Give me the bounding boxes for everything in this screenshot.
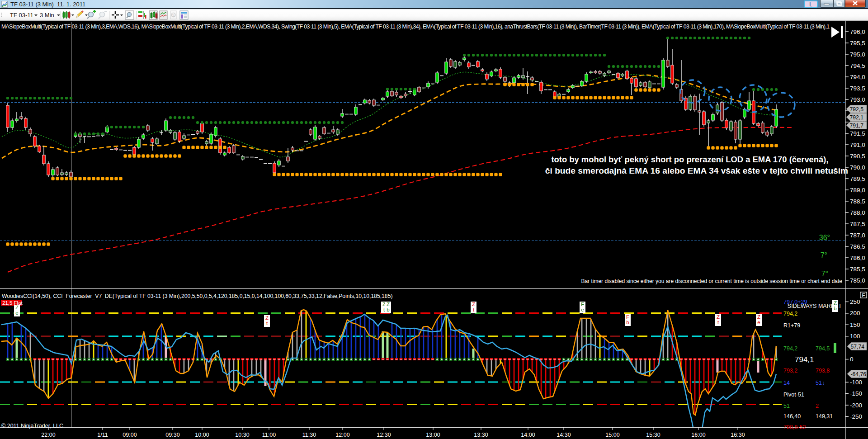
svg-text:0: 0 bbox=[850, 356, 854, 363]
svg-text:MASlopeBoxMulti(Typical of TF: MASlopeBoxMulti(Typical of TF 03-11 (3 M… bbox=[1, 24, 830, 30]
svg-text:785,0: 785,0 bbox=[850, 277, 865, 284]
svg-text:Z: Z bbox=[717, 314, 720, 320]
svg-text:12:00: 12:00 bbox=[335, 432, 349, 438]
svg-text:15:00: 15:00 bbox=[605, 432, 619, 438]
svg-text:793,5: 793,5 bbox=[850, 85, 865, 92]
svg-text:787,5: 787,5 bbox=[850, 221, 865, 227]
svg-text:Z: Z bbox=[382, 302, 386, 307]
svg-text:149,31: 149,31 bbox=[816, 413, 833, 420]
svg-text:16:00: 16:00 bbox=[691, 432, 705, 438]
svg-text:793,8: 793,8 bbox=[816, 368, 830, 374]
svg-text:-100: -100 bbox=[850, 379, 862, 386]
svg-text:146,40: 146,40 bbox=[783, 413, 801, 420]
svg-text:toto by mohol byť pekný short: toto by mohol byť pekný short po preraze… bbox=[551, 155, 828, 164]
svg-text:09:00: 09:00 bbox=[123, 432, 137, 438]
svg-text:250: 250 bbox=[850, 298, 860, 305]
svg-text:790,0: 790,0 bbox=[850, 164, 865, 171]
svg-text:150: 150 bbox=[850, 321, 860, 328]
svg-text:15:30: 15:30 bbox=[646, 432, 660, 438]
svg-text:F: F bbox=[862, 293, 865, 298]
svg-text:SIDEWAYS MARKET: SIDEWAYS MARKET bbox=[788, 303, 842, 309]
svg-text:S: S bbox=[172, 13, 175, 18]
svg-text:16:30: 16:30 bbox=[731, 432, 745, 438]
svg-text:14:00: 14:00 bbox=[521, 432, 535, 438]
svg-text:57,74: 57,74 bbox=[851, 344, 865, 350]
svg-text:791,0: 791,0 bbox=[850, 142, 865, 148]
svg-text:789,5: 789,5 bbox=[850, 175, 865, 182]
svg-text:-150: -150 bbox=[850, 390, 862, 397]
svg-text:b: b bbox=[626, 320, 629, 325]
svg-text:792,1: 792,1 bbox=[850, 114, 864, 121]
svg-text:794,2: 794,2 bbox=[783, 345, 797, 352]
svg-text:14:30: 14:30 bbox=[557, 432, 571, 438]
svg-text:3 Min: 3 Min bbox=[40, 12, 54, 19]
svg-text:TF 03-11: TF 03-11 bbox=[10, 12, 33, 19]
svg-text:1/11: 1/11 bbox=[97, 432, 108, 438]
svg-text:787,0: 787,0 bbox=[850, 232, 865, 239]
svg-text:13:30: 13:30 bbox=[474, 432, 488, 438]
svg-text:F: F bbox=[581, 302, 584, 307]
svg-text:b: b bbox=[387, 307, 389, 312]
svg-text:795,0: 795,0 bbox=[850, 51, 865, 58]
svg-text:798,8-52: 798,8-52 bbox=[783, 424, 806, 430]
svg-text:-64,76: -64,76 bbox=[851, 371, 867, 378]
svg-text:22:00: 22:00 bbox=[41, 432, 55, 438]
svg-text:7°: 7° bbox=[821, 270, 828, 278]
svg-text:Z: Z bbox=[15, 305, 19, 310]
svg-text:10:30: 10:30 bbox=[235, 432, 249, 438]
svg-text:7°: 7° bbox=[821, 251, 827, 259]
svg-text:785,5: 785,5 bbox=[850, 266, 865, 273]
svg-text:11:00: 11:00 bbox=[262, 432, 276, 438]
svg-text:51: 51 bbox=[783, 403, 790, 409]
svg-text:794,5: 794,5 bbox=[816, 345, 830, 352]
svg-text:či bude smerodajná EMA 16 aleb: či bude smerodajná EMA 16 alebo EMA 34 v… bbox=[545, 166, 848, 175]
svg-text:Z: Z bbox=[757, 314, 760, 320]
svg-text:51↓: 51↓ bbox=[816, 380, 825, 386]
svg-text:Bar timer disabled since eithe: Bar timer disabled since either you are … bbox=[581, 278, 842, 284]
svg-text:786,0: 786,0 bbox=[850, 255, 865, 261]
svg-text:-200: -200 bbox=[850, 402, 862, 409]
svg-text:12:30: 12:30 bbox=[377, 432, 391, 438]
svg-text:786,5: 786,5 bbox=[850, 243, 865, 250]
svg-text:36°: 36° bbox=[819, 234, 830, 241]
svg-text:793,2: 793,2 bbox=[783, 368, 797, 374]
svg-text:794,2: 794,2 bbox=[783, 311, 797, 317]
svg-text:200: 200 bbox=[850, 310, 860, 316]
svg-text:09:30: 09:30 bbox=[165, 432, 179, 438]
svg-text:794,1: 794,1 bbox=[795, 355, 814, 364]
svg-text:794,0: 794,0 bbox=[850, 74, 865, 80]
svg-text:794,5: 794,5 bbox=[850, 62, 865, 69]
svg-text:Z: Z bbox=[472, 302, 475, 307]
svg-text:R1+79: R1+79 bbox=[783, 322, 800, 329]
svg-text:-250: -250 bbox=[850, 413, 862, 420]
svg-text:Pivot-51: Pivot-51 bbox=[783, 392, 804, 398]
svg-text:13:00: 13:00 bbox=[426, 432, 440, 438]
svg-text:Z: Z bbox=[387, 302, 390, 307]
svg-text:791,5: 791,5 bbox=[850, 130, 865, 137]
svg-text:14: 14 bbox=[783, 380, 790, 386]
svg-text:2: 2 bbox=[816, 403, 819, 409]
svg-text:792,5: 792,5 bbox=[850, 106, 864, 113]
svg-text:F: F bbox=[626, 314, 629, 320]
svg-text:WoodiesCCI(14,50), CCI_Forecas: WoodiesCCI(14,50), CCI_Forecaster_V7_DE(… bbox=[2, 293, 393, 299]
svg-text:100: 100 bbox=[850, 333, 860, 340]
svg-text:© 2011 NinjaTrader, LLC: © 2011 NinjaTrader, LLC bbox=[1, 423, 63, 429]
svg-text:788,0: 788,0 bbox=[850, 209, 865, 216]
svg-text:e: e bbox=[757, 320, 760, 325]
svg-text:790,5: 790,5 bbox=[850, 153, 865, 160]
svg-text:795,5: 795,5 bbox=[850, 40, 865, 47]
svg-text:11:30: 11:30 bbox=[302, 432, 316, 438]
svg-text:788,5: 788,5 bbox=[850, 198, 865, 205]
svg-text:10:00: 10:00 bbox=[195, 432, 209, 438]
svg-text:e: e bbox=[15, 310, 18, 316]
svg-text:791,7: 791,7 bbox=[850, 123, 864, 129]
svg-text:e: e bbox=[581, 307, 584, 312]
svg-text:796,0: 796,0 bbox=[850, 28, 865, 35]
svg-text:Z: Z bbox=[265, 315, 269, 321]
svg-text:793,0: 793,0 bbox=[850, 96, 865, 103]
svg-text:789,0: 789,0 bbox=[850, 187, 865, 194]
